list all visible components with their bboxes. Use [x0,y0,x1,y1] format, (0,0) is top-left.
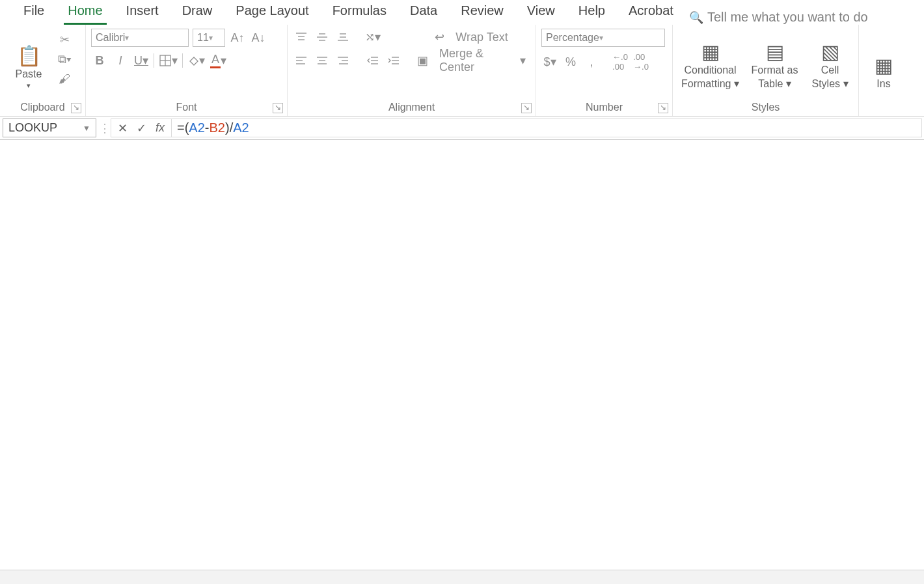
group-clipboard: 📋 Paste ▾ ✂ ⧉▾ 🖌 Clipboard ↘ [0,25,86,116]
paste-label: Paste [16,68,42,80]
border-button[interactable]: ▾ [158,52,178,69]
format-table-icon: ▤ [766,40,784,63]
paste-icon: 📋 [17,44,41,67]
tab-acrobat[interactable]: Acrobat [617,1,685,25]
insert-cells-button[interactable]: ▦ Ins [864,29,903,90]
increase-indent-button[interactable] [385,52,402,69]
tab-view[interactable]: View [515,1,567,25]
group-font: Calibri 11 A↑ A↓ B I U▾ ▾ ▾ A▾ Font [86,25,288,116]
cell-styles-button[interactable]: ▧ Cell Styles ▾ [808,29,853,90]
align-center-button[interactable] [314,52,331,69]
align-left-button[interactable] [293,52,310,69]
group-number: Percentage $▾ % , ←.0.00 .00→.0 Number ↘ [536,25,673,116]
alignment-dialog-launcher[interactable]: ↘ [521,103,532,113]
font-size-selector[interactable]: 11 [193,29,225,47]
fill-color-button[interactable]: ▾ [187,52,206,69]
align-top-button[interactable] [293,29,310,46]
chevron-down-icon: ▼ [83,124,90,133]
merge-icon: ▣ [417,53,428,68]
merge-center-button[interactable]: ▣ Merge & Center ▾ [413,52,530,69]
ribbon-tabs: File Home Insert Draw Page Layout Formul… [0,0,924,25]
group-clipboard-label: Clipboard [5,100,80,115]
number-dialog-launcher[interactable]: ↘ [658,103,668,113]
tab-formulas[interactable]: Formulas [321,1,398,25]
enter-formula-button[interactable]: ✓ [137,121,146,135]
font-color-button[interactable]: A▾ [210,52,227,69]
tell-me-placeholder: Tell me what you want to do [707,10,868,25]
ribbon-body: 📋 Paste ▾ ✂ ⧉▾ 🖌 Clipboard ↘ Calibri 11 … [0,25,924,117]
name-box[interactable]: LOOKUP ▼ [3,118,96,137]
italic-button[interactable]: I [112,52,129,69]
decrease-decimal-button[interactable]: .00→.0 [632,53,649,70]
increase-font-button[interactable]: A↑ [229,29,246,46]
tab-file[interactable]: File [12,1,56,25]
currency-button[interactable]: $▾ [541,53,558,70]
align-middle-button[interactable] [314,29,331,46]
wrap-text-button[interactable]: ↩ Wrap Text [413,29,530,46]
group-cells: ▦ Ins [859,25,911,116]
insert-cells-icon: ▦ [875,54,893,77]
group-number-label: Number [541,100,667,115]
tab-insert[interactable]: Insert [115,1,170,25]
paste-button[interactable]: 📋 Paste ▾ [5,29,52,90]
formula-bar-handle[interactable]: ⋮ [99,117,111,139]
format-painter-button[interactable]: 🖌 [56,70,73,87]
conditional-formatting-icon: ▦ [701,40,720,63]
bold-button[interactable]: B [91,52,108,69]
group-styles-label: Styles [678,100,853,115]
insert-function-button[interactable]: fx [156,121,165,135]
decrease-indent-button[interactable] [364,52,381,69]
tab-help[interactable]: Help [567,1,617,25]
percent-button[interactable]: % [562,53,579,70]
tab-home[interactable]: Home [56,1,114,25]
wrap-text-label: Wrap Text [455,31,508,44]
cell-styles-icon: ▧ [821,40,839,63]
merge-center-label: Merge & Center [439,47,513,74]
name-box-value: LOOKUP [8,121,57,135]
tab-draw[interactable]: Draw [170,1,224,25]
underline-button[interactable]: U▾ [133,52,150,69]
decrease-font-button[interactable]: A↓ [250,29,267,46]
group-font-label: Font [91,100,282,115]
orientation-button[interactable]: ⤭▾ [364,29,381,46]
formula-input[interactable]: =(A2-B2)/A2 [172,118,922,137]
font-dialog-launcher[interactable]: ↘ [273,103,283,113]
formula-bar: LOOKUP ▼ ⋮ ✕ ✓ fx =(A2-B2)/A2 [0,117,924,140]
font-name-selector[interactable]: Calibri [91,29,189,47]
tab-review[interactable]: Review [449,1,515,25]
copy-button[interactable]: ⧉▾ [56,51,73,68]
align-bottom-button[interactable] [334,29,351,46]
border-icon [159,54,172,67]
increase-decimal-button[interactable]: ←.0.00 [612,53,629,70]
comma-button[interactable]: , [583,53,600,70]
search-icon: 🔍 [689,10,703,25]
tell-me-search[interactable]: 🔍 Tell me what you want to do [689,10,868,25]
wrap-icon: ↩ [435,30,444,44]
group-styles: ▦ Conditional Formatting ▾ ▤ Format as T… [673,25,859,116]
cut-button[interactable]: ✂ [56,31,73,48]
group-alignment-label: Alignment [293,100,530,115]
tab-page-layout[interactable]: Page Layout [224,1,320,25]
align-right-button[interactable] [334,52,351,69]
format-as-table-button[interactable]: ▤ Format as Table ▾ [747,29,803,90]
number-format-selector[interactable]: Percentage [541,29,665,47]
conditional-formatting-button[interactable]: ▦ Conditional Formatting ▾ [679,29,742,90]
group-alignment: ⤭▾ ↩ Wrap Text ▣ Merge & [288,25,536,116]
horizontal-scrollbar[interactable] [0,570,924,584]
bucket-icon [187,55,199,66]
clipboard-dialog-launcher[interactable]: ↘ [71,103,81,113]
tab-data[interactable]: Data [398,1,449,25]
cancel-formula-button[interactable]: ✕ [118,121,128,135]
